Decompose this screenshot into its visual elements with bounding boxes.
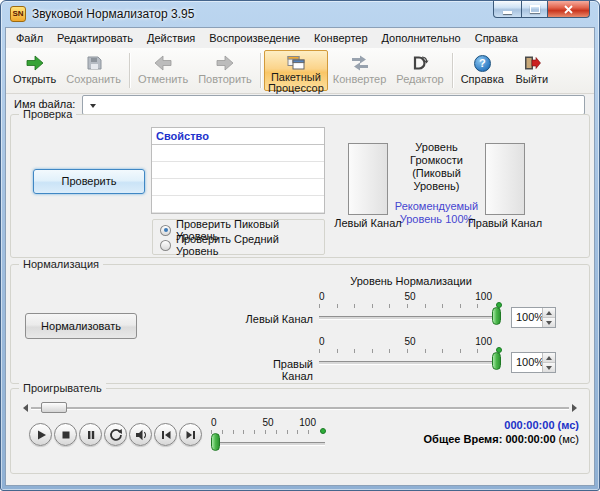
repeat-button[interactable] (104, 423, 127, 446)
pause-button[interactable] (79, 423, 102, 446)
close-button[interactable] (547, 1, 590, 18)
help-button[interactable]: ? Справка (456, 50, 509, 91)
menu-playback[interactable]: Воспроизведение (202, 29, 307, 47)
player-group-title: Проигрыватель (19, 382, 106, 394)
volume-button[interactable] (129, 423, 152, 446)
toolbar-separator (260, 53, 261, 88)
table-row[interactable] (152, 145, 324, 162)
menu-file[interactable]: Файл (9, 29, 50, 47)
table-header-property: Свойство (152, 128, 324, 145)
play-icon (34, 428, 48, 442)
spin-down-button[interactable] (543, 363, 555, 372)
menu-bar: Файл Редактировать Действия Воспроизведе… (6, 28, 594, 48)
volume-slider[interactable]: 0 50 100 (211, 417, 325, 455)
tick-label-100: 100 (475, 336, 492, 347)
maximize-button[interactable] (521, 1, 548, 18)
seek-left-arrow-icon[interactable] (23, 404, 28, 412)
seek-right-arrow-icon[interactable] (572, 404, 577, 412)
check-button[interactable]: Проверить (33, 169, 145, 194)
minimize-icon (503, 11, 512, 14)
tick-label-100: 100 (475, 291, 492, 302)
normalize-button[interactable]: Нормализовать (25, 313, 137, 339)
seek-bar[interactable] (23, 401, 577, 414)
table-row[interactable] (152, 196, 324, 213)
dropdown-arrow-icon[interactable] (90, 104, 96, 108)
close-icon (564, 5, 573, 14)
spin-up-icon (546, 311, 552, 315)
repeat-icon (109, 428, 123, 442)
spin-up-icon (546, 356, 552, 360)
filename-row: Имя файла: (6, 94, 594, 116)
save-button[interactable]: Сохранить (61, 50, 126, 91)
tick-label-50: 50 (404, 291, 415, 302)
play-button[interactable] (29, 423, 52, 446)
spin-down-icon (546, 366, 552, 370)
normalize-left-channel-label: Левый Канал (243, 313, 313, 325)
volume-slider-thumb[interactable] (211, 433, 220, 451)
menu-help[interactable]: Справка (468, 29, 525, 47)
menu-converter[interactable]: Конвертер (307, 29, 374, 47)
batch-processor-button[interactable]: Пакетный Процессор (264, 50, 328, 91)
save-icon (86, 54, 102, 72)
batch-processor-icon (287, 54, 305, 70)
converter-button[interactable]: Конвертер (328, 50, 391, 91)
right-level-spinbox[interactable]: 100% (511, 352, 556, 373)
slider-groove (319, 361, 501, 364)
check-group-title: Проверка (19, 108, 76, 120)
editor-button[interactable]: Редактор (391, 50, 448, 91)
left-level-spinbox[interactable]: 100% (511, 307, 556, 328)
client-area: Файл Редактировать Действия Воспроизведе… (5, 27, 595, 486)
speaker-icon (134, 428, 148, 442)
seek-thumb[interactable] (41, 402, 67, 413)
stop-button[interactable] (54, 423, 77, 446)
exit-button[interactable]: Выйти (509, 50, 555, 91)
toolbar: Открыть Сохранить Отменить Повторить (6, 48, 594, 94)
menu-actions[interactable]: Действия (140, 29, 202, 47)
undo-button[interactable]: Отменить (133, 50, 193, 91)
redo-button[interactable]: Повторить (193, 50, 257, 91)
left-channel-label: Левый Канал (328, 217, 408, 229)
radio-check-average-level[interactable]: Проверить Средний Уровень (160, 238, 324, 252)
table-row[interactable] (152, 162, 324, 179)
previous-button[interactable] (154, 423, 177, 446)
spin-up-button[interactable] (543, 353, 555, 363)
table-row[interactable] (152, 179, 324, 196)
check-group: Проверка Проверить Свойство Уровень Гром… (10, 114, 590, 258)
tick-label-0: 0 (319, 291, 325, 302)
right-level-value: 100% (516, 356, 544, 368)
current-time-unit: (мс) (558, 419, 579, 431)
radio-selected-icon (160, 225, 171, 236)
spin-up-button[interactable] (543, 308, 555, 318)
tick-label-0: 0 (319, 336, 325, 347)
next-icon (184, 428, 198, 442)
right-slider-thumb[interactable] (492, 352, 501, 370)
open-button[interactable]: Открыть (8, 50, 61, 91)
left-slider-thumb[interactable] (492, 307, 501, 325)
editor-icon (411, 54, 429, 72)
spin-down-button[interactable] (543, 318, 555, 327)
caption-buttons (493, 1, 590, 18)
filename-combobox[interactable] (82, 95, 585, 115)
left-channel-slider[interactable]: 0 50 100 (319, 291, 501, 329)
titlebar[interactable]: SN Звуковой Нормализатор 3.95 (1, 1, 599, 27)
help-icon: ? (474, 54, 491, 72)
properties-table[interactable]: Свойство (151, 127, 325, 214)
menu-extras[interactable]: Дополнительно (375, 29, 468, 47)
tick-label-50: 50 (404, 336, 415, 347)
stop-icon (59, 428, 73, 442)
tick-marks (211, 430, 319, 434)
current-time: 000:00:00 (мс) (504, 419, 579, 431)
right-channel-slider[interactable]: 0 50 100 (319, 336, 501, 374)
slider-groove (319, 316, 501, 319)
undo-icon (154, 54, 172, 72)
menu-edit[interactable]: Редактировать (50, 29, 140, 47)
volume-info: Уровень Громкости (Пиковый Уровень) Реко… (388, 141, 485, 226)
redo-icon (216, 54, 234, 72)
seek-track[interactable] (31, 402, 569, 413)
spin-down-icon (546, 321, 552, 325)
next-button[interactable] (179, 423, 202, 446)
maximize-icon (530, 5, 540, 13)
normalize-group-title: Нормализация (19, 258, 103, 270)
spin-buttons (542, 353, 555, 372)
minimize-button[interactable] (493, 1, 522, 18)
